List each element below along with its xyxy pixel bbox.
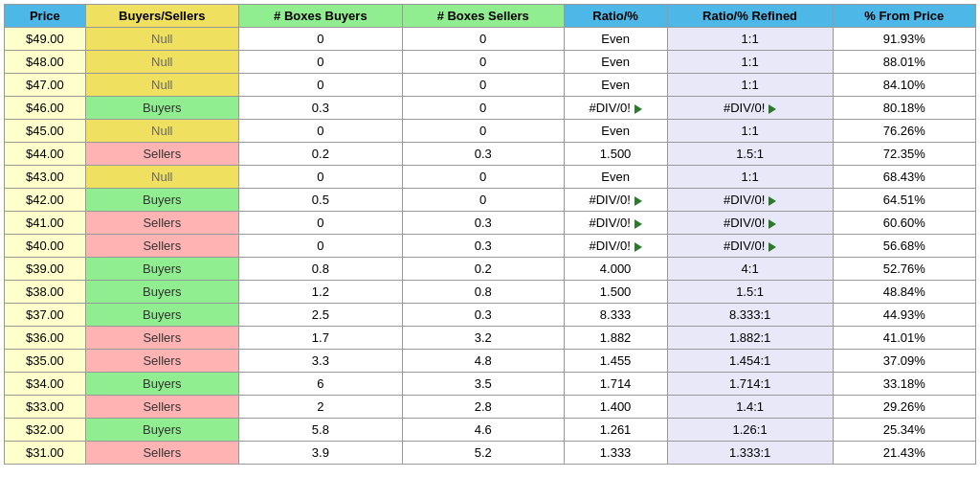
ratio-refined-cell: #DIV/0! [667, 212, 833, 235]
table-row: $49.00Null00Even1:191.93% [5, 28, 976, 51]
pct-from-price-cell: 37.09% [833, 350, 975, 373]
pct-from-price-cell: 60.60% [833, 212, 975, 235]
boxes-sellers-cell: 0.8 [402, 281, 564, 304]
table-row: $35.00Sellers3.34.81.4551.454:137.09% [5, 350, 976, 373]
pct-from-price-cell: 29.26% [833, 396, 975, 419]
pct-from-price-cell: 48.84% [833, 281, 975, 304]
pct-from-price-cell: 25.34% [833, 419, 975, 442]
ratio-cell: 4.000 [564, 258, 667, 281]
col-header-6: % From Price [833, 5, 975, 28]
price-cell: $44.00 [5, 143, 86, 166]
boxes-sellers-cell: 4.6 [402, 419, 564, 442]
pct-from-price-cell: 88.01% [833, 51, 975, 74]
buysell-cell: Null [85, 74, 238, 97]
price-cell: $33.00 [5, 396, 86, 419]
ratio-refined-cell: 1.333:1 [667, 442, 833, 465]
boxes-buyers-cell: 2 [238, 396, 402, 419]
boxes-sellers-cell: 0 [402, 97, 564, 120]
table-row: $38.00Buyers1.20.81.5001.5:148.84% [5, 281, 976, 304]
table-row: $37.00Buyers2.50.38.3338.333:144.93% [5, 304, 976, 327]
pct-from-price-cell: 76.26% [833, 120, 975, 143]
buysell-cell: Sellers [85, 235, 238, 258]
ratio-arrow-icon [635, 242, 642, 252]
ratio-refined-cell: 1.26:1 [667, 419, 833, 442]
ratio-refined-cell: 1.882:1 [667, 327, 833, 350]
pct-from-price-cell: 72.35% [833, 143, 975, 166]
refined-arrow-icon [768, 196, 776, 206]
boxes-sellers-cell: 0.3 [402, 304, 564, 327]
boxes-sellers-cell: 0 [402, 28, 564, 51]
ratio-refined-cell: 1:1 [667, 166, 833, 189]
pct-from-price-cell: 41.01% [833, 327, 975, 350]
ratio-refined-cell: 1.454:1 [667, 350, 833, 373]
ratio-arrow-icon [635, 104, 642, 114]
pct-from-price-cell: 68.43% [833, 166, 975, 189]
price-cell: $45.00 [5, 120, 86, 143]
boxes-sellers-cell: 3.2 [402, 327, 564, 350]
price-cell: $36.00 [5, 327, 86, 350]
boxes-buyers-cell: 0 [238, 166, 402, 189]
buysell-cell: Sellers [85, 327, 238, 350]
boxes-buyers-cell: 2.5 [238, 304, 402, 327]
ratio-cell: #DIV/0! [564, 235, 667, 258]
boxes-sellers-cell: 0.2 [402, 258, 564, 281]
buysell-cell: Null [85, 166, 238, 189]
table-row: $46.00Buyers0.30#DIV/0!#DIV/0!80.18% [5, 97, 976, 120]
pct-from-price-cell: 91.93% [833, 28, 975, 51]
price-cell: $39.00 [5, 258, 86, 281]
table-row: $31.00Sellers3.95.21.3331.333:121.43% [5, 442, 976, 465]
pct-from-price-cell: 21.43% [833, 442, 975, 465]
price-cell: $47.00 [5, 74, 86, 97]
price-cell: $48.00 [5, 51, 86, 74]
ratio-cell: Even [564, 74, 667, 97]
ratio-cell: Even [564, 28, 667, 51]
ratio-refined-cell: 4:1 [667, 258, 833, 281]
boxes-buyers-cell: 0.5 [238, 189, 402, 212]
buysell-cell: Sellers [85, 442, 238, 465]
table-row: $40.00Sellers00.3#DIV/0!#DIV/0!56.68% [5, 235, 976, 258]
data-table: PriceBuyers/Sellers# Boxes Buyers# Boxes… [4, 4, 976, 465]
pct-from-price-cell: 44.93% [833, 304, 975, 327]
pct-from-price-cell: 64.51% [833, 189, 975, 212]
ratio-refined-cell: #DIV/0! [667, 97, 833, 120]
boxes-sellers-cell: 0 [402, 51, 564, 74]
ratio-refined-cell: 1.5:1 [667, 281, 833, 304]
boxes-buyers-cell: 0 [238, 235, 402, 258]
boxes-buyers-cell: 1.2 [238, 281, 402, 304]
price-cell: $38.00 [5, 281, 86, 304]
ratio-refined-cell: 1:1 [667, 74, 833, 97]
ratio-refined-cell: #DIV/0! [667, 189, 833, 212]
price-cell: $42.00 [5, 189, 86, 212]
price-cell: $49.00 [5, 28, 86, 51]
ratio-cell: 1.882 [564, 327, 667, 350]
price-cell: $32.00 [5, 419, 86, 442]
table-row: $34.00Buyers63.51.7141.714:133.18% [5, 373, 976, 396]
buysell-cell: Buyers [85, 281, 238, 304]
table-row: $41.00Sellers00.3#DIV/0!#DIV/0!60.60% [5, 212, 976, 235]
price-cell: $34.00 [5, 373, 86, 396]
col-header-0: Price [5, 5, 86, 28]
table-row: $43.00Null00Even1:168.43% [5, 166, 976, 189]
col-header-5: Ratio/% Refined [667, 5, 833, 28]
ratio-arrow-icon [635, 219, 642, 229]
boxes-buyers-cell: 0 [238, 120, 402, 143]
price-cell: $37.00 [5, 304, 86, 327]
table-row: $32.00Buyers5.84.61.2611.26:125.34% [5, 419, 976, 442]
boxes-sellers-cell: 0 [402, 120, 564, 143]
refined-arrow-icon [768, 219, 776, 229]
buysell-cell: Buyers [85, 419, 238, 442]
buysell-cell: Null [85, 28, 238, 51]
ratio-cell: 1.500 [564, 143, 667, 166]
buysell-cell: Buyers [85, 189, 238, 212]
boxes-buyers-cell: 0 [238, 74, 402, 97]
buysell-cell: Buyers [85, 97, 238, 120]
boxes-buyers-cell: 5.8 [238, 419, 402, 442]
table-row: $33.00Sellers22.81.4001.4:129.26% [5, 396, 976, 419]
buysell-cell: Null [85, 51, 238, 74]
price-cell: $46.00 [5, 97, 86, 120]
ratio-refined-cell: 1:1 [667, 28, 833, 51]
table-row: $48.00Null00Even1:188.01% [5, 51, 976, 74]
boxes-buyers-cell: 0 [238, 212, 402, 235]
ratio-cell: 1.261 [564, 419, 667, 442]
boxes-sellers-cell: 3.5 [402, 373, 564, 396]
